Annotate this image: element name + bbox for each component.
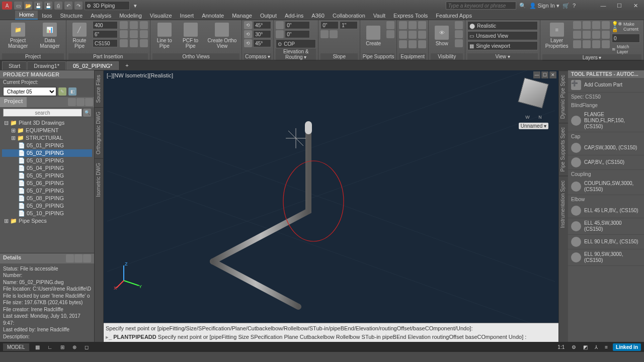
vis-btn-1[interactable] [455,21,463,29]
ly-b5[interactable] [573,31,581,39]
ribbon-tab-modeling[interactable]: Modeling [115,12,146,20]
match-layer-button[interactable]: ≋ Match Layer [612,44,641,54]
tp-part-item[interactable]: ELL 45,SW,3000 (CS150) [568,218,644,235]
sign-in-button[interactable]: 👤 Sign In ▾ [529,3,559,9]
line-to-pipe-button[interactable]: Line to Pipe [152,21,177,50]
doc-tab[interactable]: 05_02_PIPING* [66,61,119,70]
spec-field[interactable] [93,39,118,47]
ribbon-tab-analysis[interactable]: Analysis [87,12,115,20]
ly-b9[interactable] [573,40,581,48]
tp-vtab[interactable]: Dynamic Pipe Spec [559,70,568,123]
elev-field-2[interactable] [285,30,310,38]
ly-b10[interactable] [583,40,591,48]
angle-field-2[interactable] [253,30,271,38]
pi-btn-8[interactable] [140,30,148,38]
ly-b3[interactable] [592,21,600,29]
tp-part-item[interactable]: ELL 90,SW,3000, (CS150) [568,249,644,266]
tree-node[interactable]: 📄 05_05_PIPING [2,172,92,179]
polar-toggle[interactable]: ⊕ [70,344,78,350]
ribbon-tab-collaboration[interactable]: Collaboration [329,12,369,20]
undo-icon[interactable]: ↶ [64,2,72,10]
ly-b7[interactable] [592,31,600,39]
tree-folder[interactable]: ⊞ 📁 STRUCTURAL [2,134,92,142]
size-field-1[interactable] [93,21,118,29]
tp-part-item[interactable]: CAP,BV,, (CS150) [568,155,644,170]
dt-b1[interactable] [66,254,74,262]
doc-tab[interactable]: Start [2,61,27,70]
project-select[interactable]: Chapter 05 [3,87,56,96]
navcube-menu[interactable]: Unnamed ▾ [519,123,548,129]
eq-btn-8[interactable] [409,40,417,48]
elev-field-1[interactable] [285,21,310,29]
ly-b11[interactable] [592,40,600,48]
search-icon[interactable]: 🔍 [83,109,91,117]
qat-overflow-icon[interactable]: ▾ [132,3,139,9]
ribbon-tab-a360[interactable]: A360 [307,12,329,20]
iso-icon[interactable]: ◩ [581,344,590,350]
ly-b12[interactable] [602,40,610,48]
open-icon[interactable]: 📂 [24,2,32,10]
sup-btn-2[interactable] [386,30,394,38]
eq-btn-2[interactable] [409,21,417,29]
saveas-icon[interactable]: 💾 [44,2,52,10]
compass-icon-3[interactable]: ⟲ [244,39,252,47]
layer-props-button[interactable]: ≡Layer Properties [542,21,571,50]
help-icon[interactable]: ? [573,3,576,9]
ribbon-tab-visualize[interactable]: Visualize [146,12,176,20]
pi-btn-9[interactable] [140,39,148,47]
eq-btn-5[interactable] [409,31,417,39]
ribbon-tab-add-ins[interactable]: Add-ins [281,12,307,20]
tree-node[interactable]: 📄 05_10_PIPING [2,210,92,217]
ribbon-tab-output[interactable]: Output [256,12,281,20]
eq-btn-9[interactable] [418,40,426,48]
ribbon-tab-insert[interactable]: Insert [176,12,198,20]
ribbon-tab-express-tools[interactable]: Express Tools [389,12,432,20]
tree-node[interactable]: 📄 05_08_PIPING [2,195,92,202]
viewcube[interactable]: W N Unnamed ▾ [519,80,548,129]
pm-nav-3[interactable] [85,98,93,106]
pcf-to-pipe-button[interactable]: PCF to Pipe [178,21,202,50]
ribbon-tab-annotate[interactable]: Annotate [198,12,228,20]
pm-tab-project[interactable]: Project [0,97,27,107]
plot-icon[interactable]: ⎙ [54,2,62,10]
infocenter-icon[interactable]: 🔍 [519,3,526,9]
gear-icon[interactable]: ⚙ [570,344,578,350]
ribbon-tab-manage[interactable]: Manage [228,12,256,20]
vtab[interactable]: Source Files [95,70,103,107]
model-button[interactable]: MODEL [3,343,29,351]
workspace-dropdown[interactable]: ⚙ 3D Piping [85,1,130,10]
eq-btn-6[interactable] [418,31,426,39]
ortho-toggle[interactable]: ⊞ [58,344,66,350]
size-field-2[interactable] [93,30,118,38]
tree-node[interactable]: 📄 05_06_PIPING [2,179,92,187]
pi-btn-7[interactable] [140,21,148,29]
ribbon-tab-featured-apps[interactable]: Featured Apps [432,12,476,20]
grid-toggle[interactable]: ▦ [33,344,42,350]
tp-vtab[interactable]: Pipe Supports Spec [559,123,568,175]
slope-field-1[interactable] [320,21,339,29]
color-icon[interactable]: ◧ [68,87,76,96]
elev-icon-1[interactable] [276,21,284,29]
project-tree[interactable]: ⊟ 📁 Plant 3D Drawings⊞ 📁 EQUIPMENT⊞ 📁 ST… [0,118,94,253]
pm-search-input[interactable] [3,109,82,117]
ly-b4[interactable] [602,21,610,29]
compass-icon-1[interactable]: ⟲ [244,21,252,29]
app-menu-icon[interactable]: A [2,2,12,10]
sup-btn-1[interactable] [386,21,394,29]
doc-tab[interactable]: Drawing1* [27,61,66,70]
visual-style-dropdown[interactable]: ⬤ Realistic [467,21,538,30]
pm-nav-2[interactable] [76,98,85,106]
compass-icon-2[interactable]: ⟲ [244,30,252,38]
redo-icon[interactable]: ↷ [74,2,83,10]
drawing-viewport[interactable]: [–][NW Isometric][Realistic] — ☐ ✕ [104,70,558,342]
tree-node[interactable]: 📄 05_09_PIPING [2,202,92,210]
create-support-button[interactable]: Create [362,21,384,50]
layer-state-row[interactable]: 💡❄🔒 Make Current [612,21,641,32]
project-manager-button[interactable]: 📁Project Manager [2,21,34,50]
angle-field-1[interactable] [253,21,271,29]
route-pipe-button[interactable]: ╱Route Pipe [68,21,91,50]
tp-part-item[interactable]: COUPLING,SW,3000, (CS150) [568,178,644,195]
pi-btn-1[interactable] [120,21,128,29]
ly-b6[interactable] [583,31,591,39]
wizard-icon[interactable]: ✎ [58,87,66,96]
